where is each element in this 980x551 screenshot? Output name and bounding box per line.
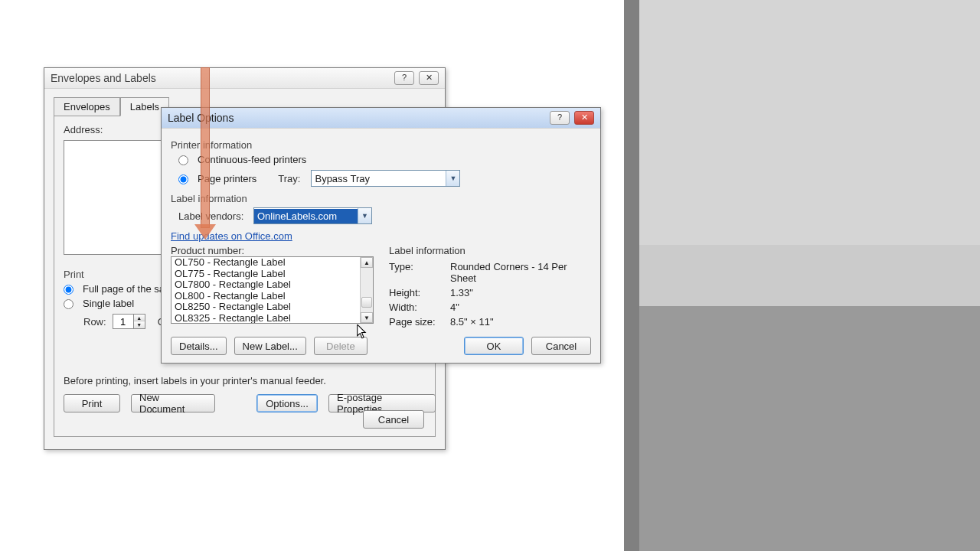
address-textarea[interactable] [64,140,163,255]
vendor-select[interactable]: OnlineLabels.com ▼ [253,207,372,224]
label-options-help-button[interactable]: ? [550,111,570,125]
product-number-listbox[interactable]: OL750 - Rectangle Label OL775 - Rectangl… [171,256,374,324]
label-options-cancel-button[interactable]: Cancel [531,337,591,355]
height-value: 1.33" [450,287,591,298]
print-button[interactable]: Print [64,394,120,412]
new-document-button[interactable]: New Document [131,394,215,412]
scroll-up-icon[interactable]: ▲ [361,257,373,268]
label-options-close-button[interactable]: ✕ [574,111,594,125]
details-button[interactable]: Details... [171,337,227,355]
tray-select[interactable]: Bypass Tray ▼ [311,170,460,187]
help-button[interactable]: ? [394,71,414,85]
ok-button[interactable]: OK [464,337,524,355]
mouse-cursor-icon [357,324,368,340]
list-item[interactable]: OL750 - Rectangle Label [172,257,360,269]
envelopes-cancel-button[interactable]: Cancel [363,410,424,429]
page-printers-radio[interactable]: Page printers Tray: Bypass Tray ▼ [178,170,591,187]
row-spinner-buttons[interactable]: ▲▼ [133,315,145,328]
print-note: Before printing, insert labels in your p… [64,375,426,386]
label-info-head2: Label information [389,245,591,256]
row-label: Row: [83,316,106,328]
type-label: Type: [389,261,450,284]
close-button[interactable]: ✕ [419,71,439,85]
new-label-button[interactable]: New Label... [234,337,306,355]
tray-label: Tray: [278,173,300,184]
options-button[interactable]: Options... [256,394,318,412]
printer-info-head: Printer information [171,139,591,151]
chevron-down-icon[interactable]: ▼ [358,208,371,223]
single-label-radio-input[interactable] [64,299,74,309]
vendor-label: Label vendors: [178,210,247,222]
width-label: Width: [389,302,450,313]
listbox-scrollbar[interactable]: ▲ ▼ [360,257,373,323]
continuous-feed-radio-input[interactable] [178,155,188,165]
continuous-feed-radio[interactable]: Continuous-feed printers [178,154,591,165]
label-options-dialog: Label Options ? ✕ Printer information Co… [161,107,601,364]
envelopes-labels-titlebar[interactable]: Envelopes and Labels ? ✕ [44,68,445,89]
list-item[interactable]: OL800 - Rectangle Label [172,291,360,302]
scroll-down-icon[interactable]: ▼ [361,312,373,323]
type-value: Rounded Corners - 14 Per Sheet [450,261,591,284]
envelopes-labels-title: Envelopes and Labels [51,72,156,84]
width-value: 4" [450,302,591,313]
label-info-head: Label information [171,193,591,204]
page-printers-radio-input[interactable] [178,174,188,184]
list-item[interactable]: OL8250 - Rectangle Label [172,302,360,313]
scroll-thumb[interactable] [361,297,372,308]
product-number-head: Product number: [171,245,374,256]
label-options-titlebar[interactable]: Label Options ? ✕ [162,108,600,129]
full-page-radio-input[interactable] [64,285,74,295]
chevron-down-icon[interactable]: ▼ [446,171,459,186]
page-size-value: 8.5" × 11" [450,316,591,328]
list-item[interactable]: OL7800 - Rectangle Label [172,279,360,291]
vendor-select-value: OnlineLabels.com [254,209,358,223]
tray-select-value: Bypass Tray [312,171,446,186]
row-spinner[interactable]: ▲▼ [113,314,145,329]
row-spinner-input[interactable] [113,315,133,328]
find-updates-link[interactable]: Find updates on Office.com [171,230,292,242]
list-item[interactable]: OL8325 - Rectangle Label [172,313,360,324]
height-label: Height: [389,287,450,298]
label-options-title: Label Options [168,112,234,124]
page-size-label: Page size: [389,316,450,328]
list-item[interactable]: OL775 - Rectangle Label [172,269,360,280]
tab-envelopes[interactable]: Envelopes [54,97,120,116]
